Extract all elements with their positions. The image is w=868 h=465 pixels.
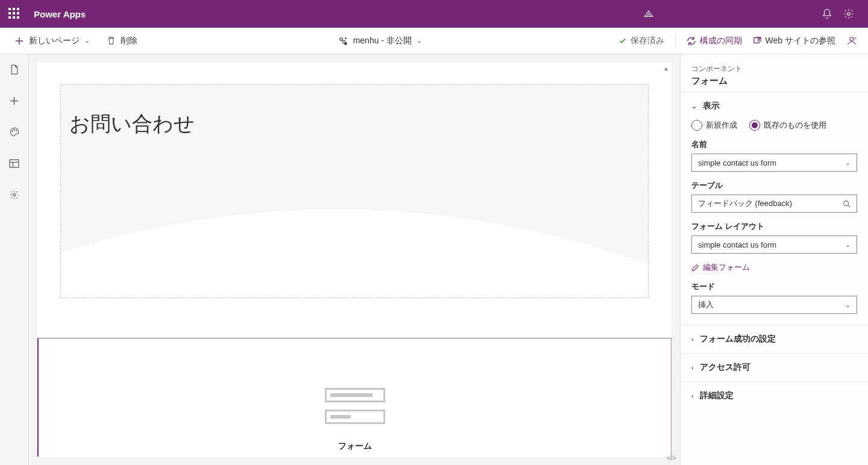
templates-icon[interactable] bbox=[8, 157, 21, 170]
pages-icon[interactable] bbox=[8, 63, 21, 76]
form-placeholder-icon bbox=[325, 410, 385, 424]
new-page-button[interactable]: 新しいページ ⌄ bbox=[11, 33, 93, 49]
mode-dropdown[interactable]: 挿入 ⌄ bbox=[691, 296, 857, 314]
feedback-icon[interactable] bbox=[846, 36, 857, 46]
form-placeholder-icon bbox=[325, 388, 385, 402]
advanced-label: 詳細設定 bbox=[700, 390, 734, 401]
global-header: Power Apps bbox=[0, 0, 868, 28]
property-panel: コンポーネント フォーム ⌄ 表示 新規作成 既存のものを使用 bbox=[680, 54, 868, 465]
svg-rect-4 bbox=[753, 38, 758, 43]
rail-settings-icon[interactable] bbox=[8, 188, 21, 201]
radio-existing-label: 既存のものを使用 bbox=[764, 120, 826, 131]
svg-point-8 bbox=[16, 130, 17, 131]
left-rail bbox=[0, 54, 29, 465]
form-component[interactable]: フォーム この form を構成するには、編集を選択するか、プロパティ ウィンド… bbox=[37, 338, 671, 457]
svg-rect-3 bbox=[345, 43, 347, 45]
settings-icon[interactable] bbox=[838, 3, 860, 25]
chevron-right-icon: › bbox=[691, 392, 694, 399]
radio-new-label: 新規作成 bbox=[706, 120, 737, 131]
success-label: フォーム成功の設定 bbox=[700, 334, 776, 345]
delete-button[interactable]: 削除 bbox=[103, 33, 141, 49]
svg-point-7 bbox=[13, 130, 14, 131]
page-heading: お問い合わせ bbox=[61, 85, 648, 163]
mode-value: 挿入 bbox=[698, 299, 714, 310]
display-label: 表示 bbox=[703, 101, 720, 111]
divider bbox=[675, 34, 676, 48]
chevron-right-icon: › bbox=[691, 364, 694, 371]
environment-icon[interactable] bbox=[638, 3, 659, 25]
radio-new[interactable]: 新規作成 bbox=[691, 120, 737, 131]
sync-config-button[interactable]: 構成の同期 bbox=[687, 36, 742, 46]
svg-rect-9 bbox=[10, 160, 19, 167]
svg-point-0 bbox=[848, 13, 851, 16]
scroll-up-icon[interactable]: ▲ bbox=[663, 65, 669, 72]
chevron-down-icon: ⌄ bbox=[84, 37, 90, 45]
layout-dropdown[interactable]: simple contact us form ⌄ bbox=[691, 236, 857, 254]
svg-point-6 bbox=[11, 131, 13, 132]
accordion-access[interactable]: › アクセス許可 bbox=[681, 354, 868, 381]
notifications-icon[interactable] bbox=[816, 3, 838, 25]
svg-point-1 bbox=[339, 37, 342, 40]
chevron-down-icon: ⌄ bbox=[845, 301, 851, 309]
saved-status: 保存済み bbox=[618, 36, 664, 46]
site-name-label: menhu - 非公開 bbox=[353, 36, 412, 46]
radio-existing[interactable]: 既存のものを使用 bbox=[749, 120, 826, 131]
browse-site-button[interactable]: Web サイトの参照 bbox=[753, 36, 835, 46]
saved-label: 保存済み bbox=[631, 36, 664, 46]
accordion-success[interactable]: › フォーム成功の設定 bbox=[681, 325, 868, 353]
chevron-down-icon: ⌄ bbox=[417, 37, 422, 45]
edit-form-label: 編集フォーム bbox=[703, 262, 750, 273]
hero-section[interactable]: お問い合わせ bbox=[60, 84, 649, 298]
table-value: フィードバック (feedback) bbox=[698, 198, 792, 209]
canvas[interactable]: ▲ お問い合わせ フォーム この form を構成するには、編集を選択するか、プ… bbox=[29, 54, 680, 465]
layout-value: simple contact us form bbox=[698, 240, 776, 249]
component-value: フォーム bbox=[691, 75, 857, 87]
main-area: ▲ お問い合わせ フォーム この form を構成するには、編集を選択するか、プ… bbox=[0, 54, 868, 465]
svg-point-5 bbox=[850, 37, 854, 41]
chevron-down-icon: ⌄ bbox=[845, 159, 851, 167]
waffle-icon[interactable] bbox=[8, 8, 20, 20]
table-search[interactable]: フィードバック (feedback) bbox=[691, 195, 857, 213]
app-title: Power Apps bbox=[34, 9, 86, 19]
command-bar: 新しいページ ⌄ 削除 menhu - 非公開 ⌄ 保存済み 構成の同期 Web… bbox=[0, 28, 868, 54]
search-icon bbox=[843, 200, 851, 208]
mode-field-label: モード bbox=[691, 281, 857, 292]
component-label: コンポーネント bbox=[691, 64, 857, 74]
edit-form-link[interactable]: 編集フォーム bbox=[691, 262, 857, 273]
table-field-label: テーブル bbox=[691, 180, 857, 191]
form-placeholder-title: フォーム bbox=[338, 441, 372, 452]
browse-site-label: Web サイトの参照 bbox=[766, 36, 835, 46]
site-status[interactable]: menhu - 非公開 ⌄ bbox=[141, 36, 618, 46]
chevron-right-icon: › bbox=[691, 335, 694, 343]
theme-icon[interactable] bbox=[8, 125, 21, 139]
code-view-icon[interactable]: </> bbox=[667, 454, 676, 461]
name-field-label: 名前 bbox=[691, 139, 857, 150]
chevron-down-icon: ⌄ bbox=[691, 102, 697, 110]
svg-point-10 bbox=[13, 193, 15, 196]
name-dropdown[interactable]: simple contact us form ⌄ bbox=[691, 154, 857, 172]
add-icon[interactable] bbox=[8, 94, 21, 107]
layout-field-label: フォーム レイアウト bbox=[691, 221, 857, 232]
delete-label: 削除 bbox=[121, 36, 137, 46]
accordion-display[interactable]: ⌄ 表示 bbox=[681, 92, 868, 120]
new-page-label: 新しいページ bbox=[29, 36, 80, 46]
sync-config-label: 構成の同期 bbox=[700, 36, 742, 46]
component-header: コンポーネント フォーム bbox=[681, 54, 868, 92]
access-label: アクセス許可 bbox=[700, 362, 750, 373]
name-value: simple contact us form bbox=[698, 158, 776, 167]
accordion-advanced[interactable]: › 詳細設定 bbox=[681, 382, 868, 410]
chevron-down-icon: ⌄ bbox=[845, 241, 851, 249]
svg-point-11 bbox=[844, 201, 849, 205]
